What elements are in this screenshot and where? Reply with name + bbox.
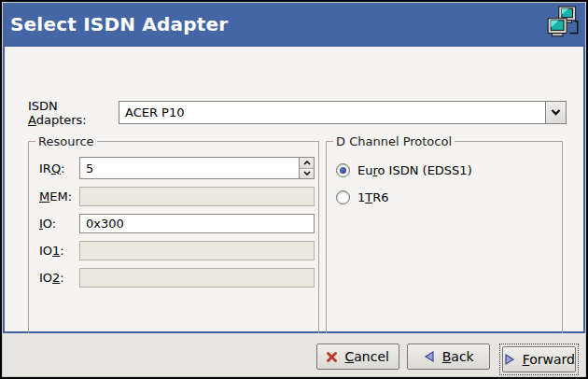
dialog-title: Select ISDN Adapter (3, 13, 228, 35)
resource-legend: Resource (35, 134, 97, 148)
io2-label: IO2: (39, 271, 79, 285)
irq-input[interactable] (80, 158, 299, 178)
io1-row: IO1: (39, 241, 315, 260)
dialog-content-panel: ISDN Adapters: ACER P10 Resource IRQ: (3, 45, 585, 333)
radio-euro-isdn[interactable]: Euro ISDN (EDSS1) (336, 162, 472, 177)
dialog-button-bar: Cancel Back Forward (3, 333, 585, 376)
dchannel-legend: D Channel Protocol (333, 134, 455, 148)
cancel-x-icon (326, 351, 338, 363)
back-button[interactable]: Back (407, 344, 490, 370)
mem-row: MEM: (39, 187, 315, 206)
forward-button[interactable]: Forward (502, 346, 576, 372)
irq-spin-buttons (299, 158, 314, 178)
forward-button-focus-ring: Forward (499, 344, 579, 375)
combobox-value: ACER P10 (119, 102, 545, 123)
spin-up-icon[interactable] (300, 158, 314, 168)
arrow-left-icon (423, 350, 436, 363)
io-input[interactable] (79, 214, 315, 233)
io-row: IO: (39, 214, 315, 233)
irq-spinner (79, 157, 315, 179)
io1-label: IO1: (39, 244, 79, 258)
io2-input (79, 268, 315, 288)
irq-row: IRQ: (39, 157, 315, 179)
irq-label: IRQ: (39, 161, 79, 175)
mem-input (79, 187, 315, 206)
network-computers-icon (547, 6, 581, 41)
arrow-right-icon (503, 353, 516, 366)
radio-1tr6[interactable]: 1TR6 (336, 190, 389, 204)
isdn-adapter-row: ISDN Adapters: ACER P10 (28, 101, 567, 124)
forward-button-label: Forward (523, 352, 575, 367)
dchannel-groupbox: D Channel Protocol Euro ISDN (EDSS1) 1TR… (326, 141, 563, 350)
radio-selected-icon[interactable] (336, 163, 350, 177)
chevron-down-icon[interactable] (545, 102, 566, 123)
isdn-adapters-combobox[interactable]: ACER P10 (119, 101, 567, 124)
io1-input (79, 241, 315, 260)
mem-label: MEM: (39, 190, 79, 204)
io-label: IO: (39, 217, 79, 231)
dialog-header: Select ISDN Adapter (3, 3, 585, 45)
radio-euro-isdn-label: Euro ISDN (EDSS1) (357, 163, 472, 177)
cancel-button[interactable]: Cancel (316, 344, 399, 370)
radio-unselected-icon[interactable] (336, 190, 350, 204)
resource-groupbox: Resource IRQ: MEM: (28, 141, 319, 350)
spin-down-icon[interactable] (300, 168, 314, 179)
io2-row: IO2: (39, 268, 315, 288)
back-button-label: Back (442, 349, 474, 364)
dialog-window: Select ISDN Adapter I (2, 2, 586, 377)
radio-1tr6-label: 1TR6 (357, 190, 389, 204)
cancel-button-label: Cancel (344, 349, 388, 364)
isdn-adapters-label: ISDN Adapters: (28, 99, 119, 127)
